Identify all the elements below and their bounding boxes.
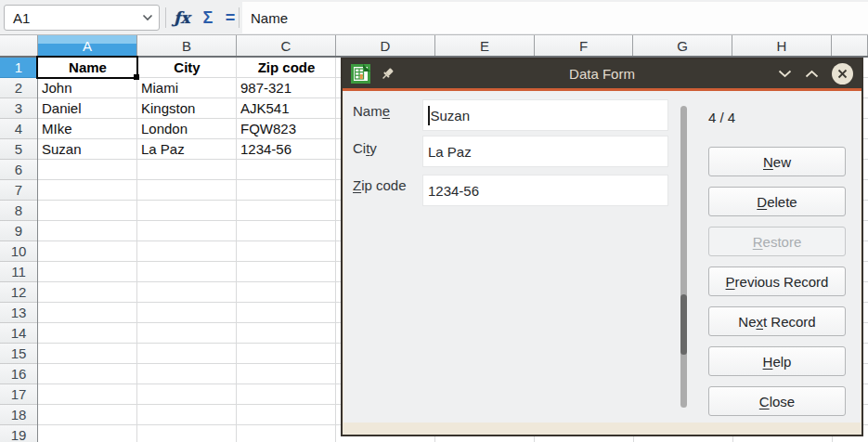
form-scrollbar[interactable] — [680, 106, 687, 408]
cell-b5[interactable]: La Paz — [141, 139, 185, 160]
close-record-button[interactable]: Close — [708, 386, 846, 416]
city-field-value: La Paz — [428, 144, 472, 160]
row-header-column: 1 2 3 4 5 6 7 8 9 10 11 12 13 14 15 16 1… — [0, 58, 38, 442]
row-header-19[interactable]: 19 — [0, 425, 37, 442]
cell-c3[interactable]: AJK541 — [240, 98, 290, 119]
zip-code-field-value: 1234-56 — [428, 183, 479, 199]
calc-document-icon — [351, 64, 370, 84]
name-box-value[interactable]: A1 — [13, 10, 142, 26]
row-header-6[interactable]: 6 — [0, 160, 37, 180]
cell-a4[interactable]: MIke — [42, 119, 72, 139]
column-header-c[interactable]: C — [237, 35, 336, 56]
data-form-dialog: Data Form — [341, 58, 863, 436]
column-header-d[interactable]: D — [336, 35, 435, 56]
pin-icon[interactable] — [380, 66, 395, 82]
text-cursor — [428, 106, 430, 125]
column-header-e[interactable]: E — [435, 35, 535, 56]
row-header-4[interactable]: 4 — [0, 119, 37, 139]
record-counter: 4 / 4 — [708, 110, 735, 125]
chevron-down-icon[interactable] — [142, 14, 153, 21]
cell-c5[interactable]: 1234-56 — [240, 139, 291, 160]
cell-a2[interactable]: John — [42, 78, 72, 98]
cell-b3[interactable]: Kingston — [141, 98, 195, 119]
city-field[interactable]: La Paz — [422, 136, 668, 167]
sum-icon: Σ — [203, 8, 214, 28]
libreoffice-calc-window: A1 ƒx Σ = Name A B C D E F G H N — [0, 0, 868, 442]
cell-a5[interactable]: Suzan — [42, 139, 82, 160]
cell-c1[interactable]: Zip code — [237, 58, 336, 78]
name-field-value: Suzan — [431, 108, 471, 124]
formula-toolbar: A1 ƒx Σ = Name — [0, 0, 868, 35]
help-button[interactable]: Help — [708, 346, 846, 376]
column-header-a[interactable]: A — [38, 35, 137, 56]
row-header-13[interactable]: 13 — [0, 303, 37, 323]
cell-c2[interactable]: 987-321 — [240, 78, 291, 98]
column-header-b[interactable]: B — [137, 35, 237, 56]
row-header-7[interactable]: 7 — [0, 180, 37, 201]
select-all-corner[interactable] — [0, 35, 38, 56]
city-field-label: City — [353, 140, 377, 156]
roll-down-button[interactable] — [778, 70, 792, 78]
close-button[interactable] — [832, 63, 853, 84]
cell-b4[interactable]: London — [141, 119, 188, 139]
delete-button[interactable]: Delete — [708, 187, 846, 216]
row-header-12[interactable]: 12 — [0, 282, 37, 303]
row-header-9[interactable]: 9 — [0, 221, 37, 241]
close-icon — [837, 69, 848, 79]
row-header-8[interactable]: 8 — [0, 201, 37, 221]
roll-up-button[interactable] — [805, 70, 819, 78]
sum-button[interactable]: Σ — [195, 5, 221, 31]
next-record-button[interactable]: Next Record — [708, 306, 846, 336]
column-header-g[interactable]: G — [633, 35, 732, 56]
formula-input[interactable]: Name — [242, 2, 868, 33]
row-header-16[interactable]: 16 — [0, 364, 37, 384]
column-header-f[interactable]: F — [535, 35, 633, 56]
restore-button: Restore — [708, 227, 846, 256]
new-button[interactable]: New — [708, 147, 846, 176]
data-form-panel: Name City Zip code Suzan La Paz 1234-56 — [343, 91, 861, 422]
row-header-11[interactable]: 11 — [0, 262, 37, 282]
column-header-h[interactable]: H — [732, 35, 832, 56]
cell-b1[interactable]: City — [137, 58, 237, 78]
zip-code-field[interactable]: 1234-56 — [422, 175, 668, 206]
zip-code-field-label: Zip code — [353, 177, 407, 193]
dialog-titlebar[interactable]: Data Form — [343, 59, 862, 88]
equals-icon: = — [226, 8, 236, 28]
row-header-18[interactable]: 18 — [0, 405, 37, 425]
name-field[interactable]: Suzan — [422, 99, 668, 131]
name-field-label: Name — [353, 103, 390, 119]
form-scrollbar-thumb[interactable] — [680, 294, 687, 355]
toolbar-separator — [239, 7, 240, 28]
previous-record-button[interactable]: Previous Record — [708, 266, 846, 296]
function-wizard-icon: ƒx — [174, 8, 189, 27]
row-header-5[interactable]: 5 — [0, 139, 37, 160]
column-header-row: A B C D E F G H — [0, 35, 868, 58]
column-header-partial[interactable] — [832, 35, 868, 56]
row-header-15[interactable]: 15 — [0, 344, 37, 364]
row-header-1[interactable]: 1 — [0, 58, 37, 78]
cell-b2[interactable]: Miami — [141, 78, 178, 98]
cell-a3[interactable]: Daniel — [42, 98, 82, 119]
function-wizard-button[interactable]: ƒx — [169, 5, 195, 31]
row-header-3[interactable]: 3 — [0, 98, 37, 119]
formula-input-value: Name — [251, 10, 288, 26]
cell-c4[interactable]: FQW823 — [240, 119, 296, 139]
name-box[interactable]: A1 — [4, 5, 160, 31]
toolbar-separator — [165, 7, 166, 28]
row-header-17[interactable]: 17 — [0, 384, 37, 405]
cell-a1[interactable]: Name — [38, 58, 137, 78]
row-header-2[interactable]: 2 — [0, 78, 37, 98]
row-header-14[interactable]: 14 — [0, 323, 37, 344]
row-header-10[interactable]: 10 — [0, 241, 37, 262]
